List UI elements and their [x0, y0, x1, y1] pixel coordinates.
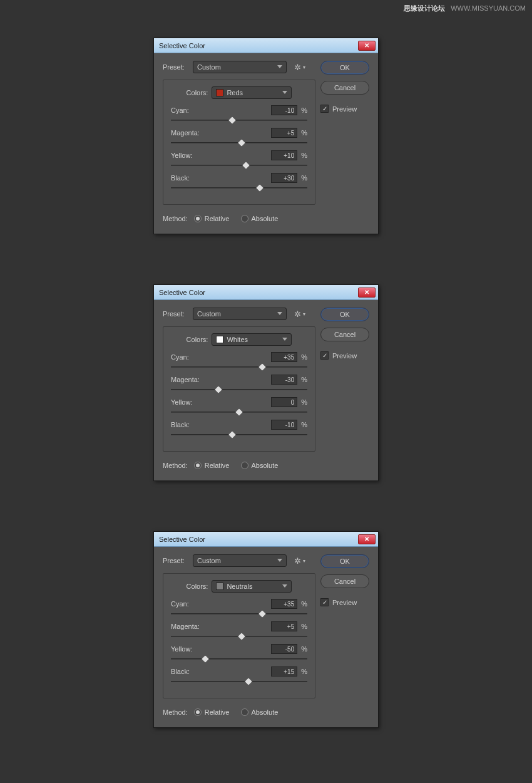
magenta-input[interactable]: [271, 128, 297, 138]
percent-label: %: [301, 421, 307, 428]
preset-label: Preset:: [163, 63, 193, 71]
yellow-thumb[interactable]: [235, 408, 243, 417]
yellow-input[interactable]: [271, 150, 297, 160]
gear-caret-icon: ▾: [303, 65, 305, 70]
percent-label: %: [301, 353, 307, 361]
radio-dot-icon: [241, 708, 248, 716]
percent-label: %: [301, 668, 307, 675]
black-track[interactable]: [171, 431, 307, 440]
radio-relative[interactable]: Relative: [194, 215, 230, 222]
color-swatch: [216, 89, 223, 96]
close-button[interactable]: ✕: [358, 41, 376, 51]
preview-checkbox[interactable]: ✓: [320, 351, 329, 360]
colors-select[interactable]: Neutrals: [212, 580, 292, 593]
radio-absolute[interactable]: Absolute: [241, 215, 279, 222]
yellow-track[interactable]: [171, 655, 307, 664]
watermark-brand: 思缘设计论坛: [404, 4, 445, 12]
percent-label: %: [301, 174, 307, 182]
magenta-slider-row: Magenta: %: [171, 128, 307, 148]
black-thumb[interactable]: [244, 677, 253, 686]
black-thumb[interactable]: [228, 430, 237, 439]
chevron-down-icon: [282, 584, 287, 588]
cyan-thumb[interactable]: [258, 363, 267, 371]
absolute-label: Absolute: [252, 215, 279, 222]
black-input[interactable]: [271, 173, 297, 183]
black-input[interactable]: [271, 420, 297, 430]
preset-select[interactable]: Custom: [193, 308, 287, 320]
gear-icon[interactable]: [293, 63, 302, 71]
relative-label: Relative: [205, 462, 230, 469]
yellow-thumb[interactable]: [242, 161, 250, 170]
cyan-thumb[interactable]: [258, 609, 267, 618]
titlebar[interactable]: Selective Color ✕: [154, 285, 378, 300]
black-track[interactable]: [171, 184, 307, 193]
magenta-thumb[interactable]: [237, 138, 246, 147]
magenta-slider-row: Magenta: %: [171, 621, 307, 641]
cancel-button[interactable]: Cancel: [320, 574, 369, 588]
magenta-input[interactable]: [271, 621, 297, 631]
cyan-label: Cyan:: [171, 353, 271, 361]
color-name: Neutrals: [227, 583, 252, 590]
cancel-button[interactable]: Cancel: [320, 81, 369, 95]
colors-label: Colors:: [187, 89, 208, 96]
black-track[interactable]: [171, 678, 307, 687]
cyan-thumb[interactable]: [228, 116, 237, 125]
preview-label: Preview: [332, 599, 357, 606]
magenta-track[interactable]: [171, 633, 307, 641]
cancel-button[interactable]: Cancel: [320, 328, 369, 341]
ok-button[interactable]: OK: [320, 61, 369, 75]
chevron-down-icon: [277, 312, 282, 315]
cyan-track[interactable]: [171, 117, 307, 125]
radio-absolute[interactable]: Absolute: [241, 462, 279, 469]
cyan-slider-row: Cyan: %: [171, 105, 307, 125]
radio-relative[interactable]: Relative: [194, 708, 230, 716]
dialog-title: Selective Color: [159, 42, 358, 49]
radio-absolute[interactable]: Absolute: [241, 708, 279, 716]
cyan-input[interactable]: [271, 352, 297, 362]
yellow-slider-row: Yellow: %: [171, 397, 307, 417]
black-slider-row: Black: %: [171, 173, 307, 193]
percent-label: %: [301, 152, 307, 159]
cyan-input[interactable]: [271, 105, 297, 115]
method-label: Method:: [163, 462, 188, 469]
preset-value: Custom: [197, 63, 221, 71]
color-name: Reds: [227, 89, 243, 96]
black-input[interactable]: [271, 666, 297, 677]
absolute-label: Absolute: [252, 462, 279, 469]
magenta-track[interactable]: [171, 386, 307, 395]
magenta-slider-row: Magenta: %: [171, 375, 307, 395]
titlebar[interactable]: Selective Color ✕: [154, 38, 378, 53]
yellow-input[interactable]: [271, 644, 297, 654]
close-button[interactable]: ✕: [358, 534, 376, 544]
magenta-input[interactable]: [271, 375, 297, 385]
preview-checkbox[interactable]: ✓: [320, 105, 329, 113]
ok-button[interactable]: OK: [320, 554, 369, 568]
yellow-track[interactable]: [171, 408, 307, 417]
preset-value: Custom: [197, 310, 221, 318]
titlebar[interactable]: Selective Color ✕: [154, 532, 378, 547]
black-thumb[interactable]: [255, 184, 264, 192]
watermark: 思缘设计论坛 WWW.MISSYUAN.COM: [404, 4, 526, 13]
gear-icon[interactable]: [293, 556, 302, 565]
yellow-thumb[interactable]: [200, 655, 209, 663]
preset-select[interactable]: Custom: [193, 61, 287, 73]
magenta-track[interactable]: [171, 139, 307, 148]
colors-select[interactable]: Whites: [212, 333, 292, 346]
percent-label: %: [301, 106, 307, 114]
yellow-track[interactable]: [171, 162, 307, 170]
absolute-label: Absolute: [252, 708, 279, 716]
radio-dot-icon: [194, 708, 202, 716]
preset-select[interactable]: Custom: [193, 554, 287, 567]
cyan-input[interactable]: [271, 599, 297, 609]
magenta-thumb[interactable]: [237, 632, 246, 641]
cyan-track[interactable]: [171, 363, 307, 372]
preview-checkbox[interactable]: ✓: [320, 598, 329, 606]
magenta-thumb[interactable]: [214, 385, 223, 394]
colors-select[interactable]: Reds: [212, 86, 292, 99]
radio-relative[interactable]: Relative: [194, 462, 230, 469]
cyan-track[interactable]: [171, 610, 307, 619]
close-button[interactable]: ✕: [358, 288, 376, 298]
gear-icon[interactable]: [293, 309, 302, 318]
ok-button[interactable]: OK: [320, 308, 369, 321]
yellow-input[interactable]: [271, 397, 297, 407]
